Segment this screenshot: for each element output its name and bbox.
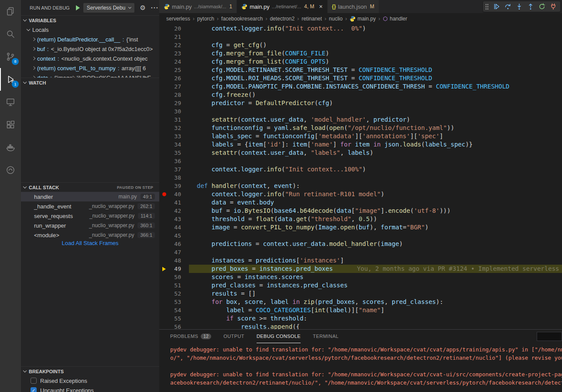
disconnect-icon[interactable]: [550, 3, 557, 10]
code-line[interactable]: 25 cfg.MODEL.RETINANET.SCORE_THRESH_TEST…: [159, 66, 562, 74]
code-line[interactable]: 21: [159, 33, 562, 41]
gutter-space[interactable]: [159, 290, 169, 298]
console-filter-input[interactable]: [537, 332, 562, 341]
code-line[interactable]: 43 threshold = float(data.get("threshold…: [159, 215, 562, 223]
variable-row[interactable]: buf:<_io.BytesIO object at 0x7f5a2dc1ecc…: [21, 44, 159, 54]
gutter-space[interactable]: [159, 132, 169, 140]
code-line[interactable]: 55 if score >= threshold:: [159, 314, 562, 323]
variable-row[interactable]: (return) convert_PIL_to_numpy:array([[[ …: [21, 63, 159, 73]
step-into-icon[interactable]: [516, 3, 523, 10]
call-stack-frame[interactable]: serve_requests_nuclio_wrapper.py114:1: [21, 211, 159, 221]
code-line[interactable]: 39def handler(context, event):: [159, 182, 562, 190]
variable-row[interactable]: (return) DefaultPredictor.__call__:{'ins…: [21, 34, 159, 44]
gutter-space[interactable]: [159, 248, 169, 256]
gutter-space[interactable]: [159, 273, 169, 281]
gutter-space[interactable]: [159, 58, 169, 66]
gutter-space[interactable]: [159, 124, 169, 132]
panel-tab-debug-console[interactable]: DEBUG CONSOLE: [257, 330, 301, 343]
variable-row[interactable]: data:{'image': 'iVBORw0KGgoAAAANSUhE: [21, 73, 159, 78]
breadcrumb-item-serverless[interactable]: serverless: [166, 16, 190, 22]
breakpoint-checkbox[interactable]: [31, 378, 37, 384]
gutter-space[interactable]: [159, 157, 169, 165]
code-line[interactable]: 50 scores = instances.scores: [159, 273, 562, 281]
debug-config-dropdown[interactable]: Serverless Debu: [83, 3, 135, 13]
gutter-space[interactable]: [159, 323, 169, 329]
gutter-space[interactable]: [159, 41, 169, 49]
gutter-space[interactable]: [159, 107, 169, 116]
variable-row[interactable]: context:<nuclio_sdk.context.Context obje…: [21, 54, 159, 63]
activity-run-and-debug[interactable]: 1: [0, 68, 21, 91]
code-line[interactable]: 40 context.logger.info("Run retinanet-R1…: [159, 190, 562, 198]
code-line[interactable]: 28 cfg.freeze(): [159, 91, 562, 99]
breadcrumb-item-main.py[interactable]: main.py: [350, 16, 376, 22]
code-line[interactable]: 47: [159, 248, 562, 256]
code-line[interactable]: 36: [159, 157, 562, 165]
gutter-space[interactable]: [159, 240, 169, 248]
editor-tab-launch.json[interactable]: {}launch.jsonM: [328, 0, 379, 13]
breadcrumb-item-nuclio[interactable]: nuclio: [329, 16, 343, 22]
gutter-space[interactable]: [159, 82, 169, 91]
gutter-space[interactable]: [159, 182, 169, 190]
gutter-space[interactable]: [159, 314, 169, 323]
step-over-icon[interactable]: [504, 3, 511, 10]
call-stack-frame[interactable]: _handle_event_nuclio_wrapper.py262:1: [21, 201, 159, 211]
activity-extra-extension[interactable]: [0, 159, 21, 181]
code-line[interactable]: 51 pred_classes = instances.pred_classes: [159, 281, 562, 290]
code-line[interactable]: 53 for box, score, label in zip(pred_box…: [159, 298, 562, 306]
call-stack-frame[interactable]: <module>_nuclio_wrapper.py366:1: [21, 230, 159, 240]
gutter-space[interactable]: [159, 74, 169, 82]
gutter-space[interactable]: [159, 215, 169, 223]
breakpoints-section-header[interactable]: BREAKPOINTS: [21, 366, 159, 376]
load-all-stack-frames-link[interactable]: Load All Stack Frames: [21, 240, 159, 246]
current-line-gutter[interactable]: [159, 265, 169, 273]
code-line[interactable]: 35 setattr(context.user_data, "labels", …: [159, 149, 562, 157]
watch-section-header[interactable]: WATCH: [21, 78, 159, 87]
gutter-space[interactable]: [159, 232, 169, 240]
gutter-space[interactable]: [159, 140, 169, 149]
gutter-space[interactable]: [159, 49, 169, 58]
activity-remote-explorer[interactable]: [0, 91, 21, 113]
gutter-space[interactable]: [159, 306, 169, 314]
breadcrumb-item-facebookresearch[interactable]: facebookresearch: [221, 16, 263, 22]
call-stack-section-header[interactable]: CALL STACK PAUSED ON STEP: [21, 182, 159, 192]
activity-extensions[interactable]: [0, 113, 21, 136]
code-line[interactable]: 24 cfg.merge_from_list(CONFIG_OPTS): [159, 58, 562, 66]
panel-tab-problems[interactable]: PROBLEMS12: [170, 330, 211, 343]
code-line[interactable]: 46 predictions = context.user_data.model…: [159, 240, 562, 248]
code-line[interactable]: 27 cfg.MODEL.PANOPTIC_FPN.COMBINE.INSTAN…: [159, 82, 562, 91]
code-editor[interactable]: 20 context.logger.info("Init context... …: [159, 24, 562, 329]
breadcrumb-item-retinanet[interactable]: retinanet: [302, 16, 322, 22]
code-line[interactable]: 56 results.append({: [159, 323, 562, 329]
gutter-space[interactable]: [159, 298, 169, 306]
step-out-icon[interactable]: [527, 3, 534, 10]
breadcrumb-item-detectron2[interactable]: detectron2: [270, 16, 295, 22]
restart-icon[interactable]: [538, 3, 545, 10]
close-icon[interactable]: ×: [319, 3, 322, 10]
editor-tab-main.py[interactable]: main.py.../retinanet/...4, M×: [237, 0, 327, 13]
breakpoint-checkbox[interactable]: ✓: [31, 387, 37, 392]
gutter-space[interactable]: [159, 66, 169, 74]
gutter-space[interactable]: [159, 174, 169, 182]
breadcrumb-item-handler[interactable]: handler: [383, 16, 407, 22]
gutter-space[interactable]: [159, 33, 169, 41]
breadcrumb-item-pytorch[interactable]: pytorch: [197, 16, 214, 22]
activity-search[interactable]: [0, 23, 21, 45]
code-line[interactable]: 41 data = event.body: [159, 198, 562, 207]
code-line[interactable]: 20 context.logger.info("Init context... …: [159, 24, 562, 33]
call-stack-frame[interactable]: handlermain.py49:1: [21, 192, 159, 201]
toolbar-drag-handle[interactable]: [485, 3, 489, 10]
call-stack-frame[interactable]: run_wrapper_nuclio_wrapper.py360:1: [21, 221, 159, 230]
breakpoint-item[interactable]: ✓Uncaught Exceptions: [21, 385, 159, 392]
code-line[interactable]: 26 cfg.MODEL.ROI_HEADS.SCORE_THRESH_TEST…: [159, 74, 562, 82]
code-line[interactable]: 48 instances = predictions['instances']: [159, 256, 562, 265]
activity-source-control[interactable]: 8: [0, 45, 21, 68]
activity-explorer[interactable]: [0, 0, 21, 23]
panel-tab-terminal[interactable]: TERMINAL: [313, 330, 339, 343]
code-line[interactable]: 38: [159, 174, 562, 182]
code-line[interactable]: 42 buf = io.BytesIO(base64.b64decode(dat…: [159, 207, 562, 215]
continue-icon[interactable]: [493, 3, 500, 10]
breakpoint-gutter[interactable]: [159, 190, 169, 198]
start-debugging-icon[interactable]: [76, 5, 80, 10]
breakpoint-item[interactable]: Raised Exceptions: [21, 376, 159, 385]
variables-section-header[interactable]: VARIABLES: [21, 15, 159, 25]
